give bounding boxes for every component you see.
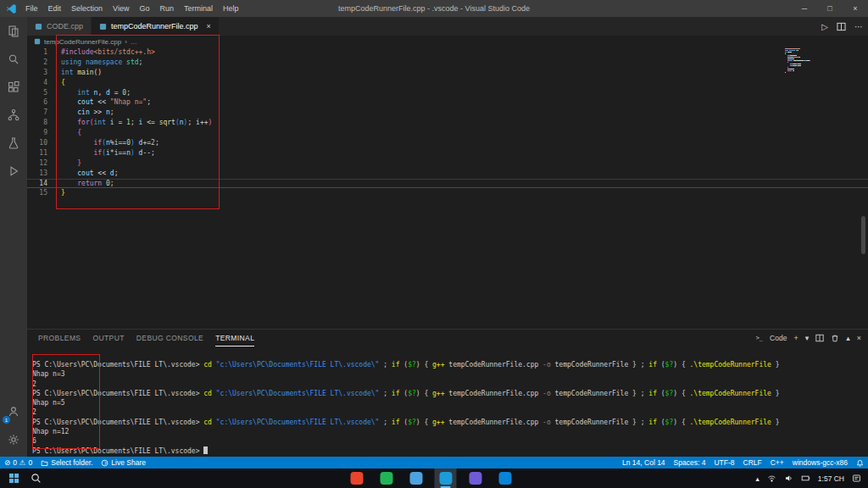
network-icon[interactable]	[767, 474, 776, 483]
breadcrumb-separator-icon: ›	[125, 38, 127, 46]
code-text: using namespace std;	[61, 58, 142, 68]
code-line[interactable]: 14 return 0;	[27, 179, 868, 189]
menu-terminal[interactable]: Terminal	[179, 0, 218, 17]
new-terminal-icon[interactable]: +	[793, 334, 798, 342]
encoding-indicator[interactable]: UTF-8	[709, 457, 738, 469]
code-line[interactable]: 6 cout << "Nhap n=";	[27, 97, 868, 108]
code-line[interactable]: 3int main()	[27, 68, 868, 78]
search-icon[interactable]	[0, 45, 27, 73]
line-number: 13	[27, 169, 47, 179]
source-control-icon[interactable]	[0, 101, 27, 129]
tab-code-cpp[interactable]: CODE.cpp	[27, 17, 92, 36]
notifications-bell[interactable]	[852, 457, 868, 469]
more-actions-icon[interactable]: ⋯	[854, 22, 863, 31]
kill-terminal-trash-icon[interactable]	[831, 334, 839, 342]
warnings-count: 0	[28, 458, 32, 467]
tab-close-icon[interactable]: ×	[207, 22, 211, 30]
start-button-icon[interactable]	[8, 473, 19, 484]
code-text: cout << d;	[61, 169, 118, 179]
code-line[interactable]: 15}	[27, 188, 868, 198]
taskbar-app-zalo-icon[interactable]	[493, 469, 515, 488]
run-file-button[interactable]: ▷	[821, 22, 828, 31]
action-center-icon[interactable]	[852, 474, 861, 483]
panel-tab-problems[interactable]: PROBLEMS	[38, 330, 81, 347]
line-col-indicator[interactable]: Ln 14, Col 14	[618, 457, 670, 469]
menu-view[interactable]: View	[108, 0, 134, 17]
menu-selection[interactable]: Selection	[66, 0, 108, 17]
taskbar-app-app-green-icon[interactable]	[375, 469, 397, 488]
menu-help[interactable]: Help	[218, 0, 244, 17]
app-red-glyph	[350, 472, 363, 485]
terminal-profile-label[interactable]: Code	[770, 334, 787, 342]
code-line[interactable]: 10 if(n%i==0) d+=2;	[27, 138, 868, 148]
taskbar-app-app-red-icon[interactable]	[345, 469, 367, 488]
compiler-config-indicator[interactable]: windows-gcc-x86	[788, 457, 852, 469]
indentation-indicator[interactable]: Spaces: 4	[670, 457, 710, 469]
settings-gear-icon[interactable]	[0, 425, 27, 453]
speaker-icon[interactable]	[784, 474, 793, 483]
file-explorer-glyph	[409, 472, 422, 485]
terminal-line: PS C:\Users\PC\Documents\FILE LT\.vscode…	[32, 418, 868, 427]
code-text: }	[61, 188, 65, 198]
accounts-icon[interactable]: 1	[0, 397, 27, 425]
panel-tab-terminal[interactable]: TERMINAL	[215, 330, 254, 347]
code-line[interactable]: 13 cout << d;	[27, 169, 868, 179]
problems-status[interactable]: ⊘ 0 ⚠ 0	[0, 457, 36, 469]
code-line[interactable]: 11 if(i*i==n) d--;	[27, 148, 868, 158]
minimap[interactable]	[785, 47, 854, 73]
clock[interactable]: 1:57 CH	[818, 474, 844, 483]
code-text: if(n%i==0) d+=2;	[61, 138, 159, 148]
run-icon[interactable]	[0, 157, 27, 185]
maximize-button[interactable]: □	[817, 0, 843, 17]
terminal-dropdown-icon[interactable]: ▾	[805, 334, 810, 342]
cpp-file-icon	[99, 23, 107, 30]
code-line[interactable]: 2using namespace std;	[27, 58, 868, 68]
panel-tab-debug-console[interactable]: DEBUG CONSOLE	[136, 330, 203, 347]
tab-tempcoderunnerfile-cpp[interactable]: tempCodeRunnerFile.cpp ×	[92, 17, 220, 36]
breadcrumb[interactable]: tempCodeRunnerFile.cpp › …	[27, 36, 868, 47]
menu-go[interactable]: Go	[134, 0, 154, 17]
line-number: 9	[27, 128, 47, 138]
extensions-icon[interactable]	[0, 73, 27, 101]
testing-icon[interactable]	[0, 129, 27, 157]
menu-file[interactable]: File	[20, 0, 43, 17]
select-folder-status[interactable]: Select folder.	[36, 457, 97, 469]
menu-run[interactable]: Run	[154, 0, 179, 17]
code-line[interactable]: 9 {	[27, 128, 868, 138]
taskbar-app-app-purple-icon[interactable]	[464, 469, 486, 488]
maximize-panel-icon[interactable]: ▴	[846, 334, 850, 342]
split-editor-icon[interactable]	[837, 22, 846, 31]
menu-edit[interactable]: Edit	[43, 0, 67, 17]
split-terminal-icon[interactable]	[815, 334, 824, 342]
code-line[interactable]: 7 cin >> n;	[27, 108, 868, 118]
taskbar-app-vscode-icon[interactable]	[434, 469, 456, 488]
code-text: }	[61, 158, 81, 169]
code-line[interactable]: 4{	[27, 78, 868, 88]
code-line[interactable]: 5 int n, d = 0;	[27, 88, 868, 98]
panel-tab-output[interactable]: OUTPUT	[92, 330, 124, 347]
terminal-profile-icon: >_	[756, 335, 763, 341]
close-panel-icon[interactable]: ×	[857, 334, 861, 342]
taskbar-search-icon[interactable]	[31, 473, 42, 484]
editor[interactable]: 1#include<bits/stdc++.h>2using namespace…	[27, 47, 868, 329]
code-line[interactable]: 12 }	[27, 158, 868, 169]
accounts-badge: 1	[3, 416, 10, 424]
battery-icon[interactable]	[801, 474, 810, 483]
minimize-button[interactable]: ─	[792, 0, 817, 17]
breadcrumb-file[interactable]: tempCodeRunnerFile.cpp	[44, 38, 121, 46]
terminal-line: PS C:\Users\PC\Documents\FILE LT\.vscode…	[32, 389, 868, 398]
breadcrumb-symbol[interactable]: …	[131, 38, 137, 46]
editor-scrollbar-thumb[interactable]	[861, 216, 865, 254]
language-mode-indicator[interactable]: C++	[766, 457, 788, 469]
live-share-status[interactable]: Live Share	[97, 457, 150, 469]
menu-bar: FileEditSelectionViewGoRunTerminalHelp	[20, 0, 243, 17]
tray-expand-icon[interactable]: ▴	[756, 474, 760, 483]
explorer-icon[interactable]	[0, 17, 27, 45]
taskbar-app-file-explorer-icon[interactable]	[404, 469, 426, 488]
code-line[interactable]: 1#include<bits/stdc++.h>	[27, 47, 868, 58]
eol-indicator[interactable]: CRLF	[739, 457, 766, 469]
code-line[interactable]: 8 for(int i = 1; i <= sqrt(n); i++)	[27, 118, 868, 128]
close-button[interactable]: ×	[843, 0, 868, 17]
terminal-content[interactable]: PS C:\Users\PC\Documents\FILE LT\.vscode…	[27, 347, 868, 457]
system-tray: ▴ 1:57 CH	[756, 474, 868, 483]
